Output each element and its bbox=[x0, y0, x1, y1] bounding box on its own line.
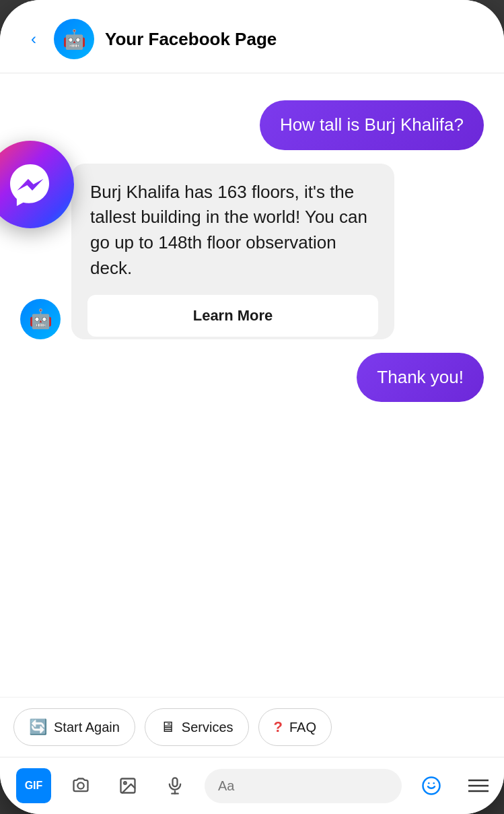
bottom-toolbar: GIF bbox=[0, 757, 504, 814]
user-bubble-2: Thank you! bbox=[357, 353, 484, 403]
emoji-icon bbox=[421, 776, 441, 796]
message-row-user-1: How tall is Burj Khalifa? bbox=[20, 100, 484, 150]
menu-icon bbox=[468, 778, 489, 794]
message-input[interactable] bbox=[205, 769, 402, 803]
user-bubble-1: How tall is Burj Khalifa? bbox=[260, 100, 484, 150]
svg-point-2 bbox=[124, 782, 127, 784]
messenger-logo-svg bbox=[7, 161, 54, 208]
image-button[interactable] bbox=[110, 768, 145, 803]
faq-label: FAQ bbox=[289, 720, 316, 735]
bot-avatar-icon: 🤖 bbox=[29, 308, 52, 330]
learn-more-button[interactable]: Learn More bbox=[87, 295, 378, 337]
quick-reply-faq[interactable]: ? FAQ bbox=[258, 708, 332, 746]
mic-icon bbox=[166, 776, 184, 795]
services-label: Services bbox=[182, 720, 233, 735]
mic-button[interactable] bbox=[157, 768, 192, 803]
bot-avatar: 🤖 bbox=[20, 299, 61, 339]
emoji-button[interactable] bbox=[414, 768, 449, 803]
bot-bubble-text: Burj Khalifa has 163 floors, it's the ta… bbox=[90, 180, 375, 281]
back-button[interactable]: ‹ bbox=[20, 26, 47, 53]
gif-button[interactable]: GIF bbox=[16, 768, 51, 803]
image-icon bbox=[118, 776, 137, 795]
faq-icon: ? bbox=[274, 718, 283, 736]
header: ‹ 🤖 Your Facebook Page bbox=[0, 0, 504, 73]
svg-point-0 bbox=[77, 782, 83, 788]
chat-area: How tall is Burj Khalifa? 🤖 Burj Khalifa… bbox=[0, 73, 504, 697]
header-bot-icon: 🤖 bbox=[63, 28, 86, 50]
start-again-label: Start Again bbox=[54, 720, 120, 735]
header-title: Your Facebook Page bbox=[105, 29, 277, 50]
header-avatar: 🤖 bbox=[54, 19, 94, 59]
start-again-icon: 🔄 bbox=[29, 718, 47, 736]
menu-button[interactable] bbox=[461, 768, 496, 803]
phone-frame: ‹ 🤖 Your Facebook Page How tall is Burj … bbox=[0, 0, 504, 814]
svg-rect-3 bbox=[173, 778, 178, 786]
services-icon: 🖥 bbox=[160, 718, 175, 736]
messages-wrapper: How tall is Burj Khalifa? 🤖 Burj Khalifa… bbox=[20, 94, 484, 415]
svg-point-6 bbox=[423, 778, 440, 794]
quick-reply-start-again[interactable]: 🔄 Start Again bbox=[13, 708, 135, 746]
bot-message-wrapper: 🤖 Burj Khalifa has 163 floors, it's the … bbox=[20, 164, 484, 339]
bot-card: Burj Khalifa has 163 floors, it's the ta… bbox=[71, 164, 394, 339]
camera-icon bbox=[71, 776, 90, 795]
message-row-user-2: Thank you! bbox=[20, 353, 484, 403]
quick-replies-bar: 🔄 Start Again 🖥 Services ? FAQ bbox=[0, 697, 504, 757]
camera-button[interactable] bbox=[63, 768, 98, 803]
quick-reply-services[interactable]: 🖥 Services bbox=[145, 708, 249, 746]
